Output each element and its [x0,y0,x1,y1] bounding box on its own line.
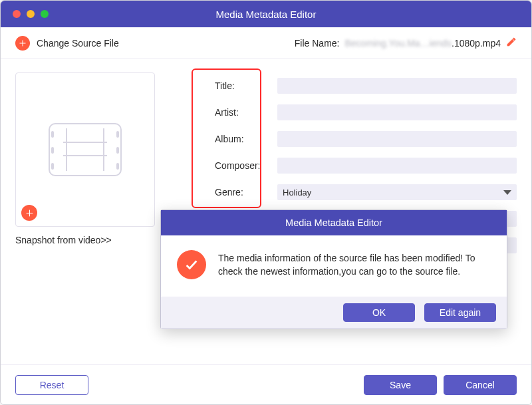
composer-input[interactable] [277,158,517,174]
confirmation-dialog: Media Metadata Editor The media informat… [160,209,507,329]
film-placeholder-icon [49,116,122,183]
file-name-display: File Name: Becoming.You.Ma…iends.1080p.m… [295,37,517,49]
change-source-button[interactable]: Change Source File [15,36,119,51]
artist-label: Artist: [215,107,268,118]
thumbnail-box [15,72,155,227]
dialog-footer: OK Edit again [161,297,507,329]
genre-select[interactable]: Holiday [277,184,517,200]
app-window: Media Metadata Editor Change Source File… [0,0,532,405]
album-input[interactable] [277,131,517,147]
composer-label: Composer: [215,160,268,171]
genre-value: Holiday [283,188,311,198]
toolbar: Change Source File File Name: Becoming.Y… [1,27,531,59]
field-row-album: Album: [215,126,517,152]
cancel-button[interactable]: Cancel [444,375,517,395]
field-row-title: Title: [215,72,517,99]
dialog-edit-again-button[interactable]: Edit again [424,303,496,322]
chevron-down-icon [503,190,511,195]
genre-label: Genre: [215,187,268,198]
window-title: Media Metadata Editor [1,9,531,20]
title-input[interactable] [277,78,517,94]
field-row-composer: Composer: [215,152,517,179]
change-source-label: Change Source File [37,38,119,49]
titlebar: Media Metadata Editor [1,1,531,27]
plus-icon [15,36,30,51]
file-name-suffix: .1080p.mp4 [452,38,501,49]
thumbnail-column: Snapshot from video>> [15,72,155,364]
album-label: Album: [215,134,268,144]
save-button[interactable]: Save [364,375,437,395]
footer: Reset Save Cancel [1,364,531,404]
file-name-label: File Name: [295,38,340,49]
field-row-artist: Artist: [215,99,517,126]
dialog-message: The media information of the source file… [218,250,491,279]
dialog-body: The media information of the source file… [161,235,507,297]
dialog-ok-button[interactable]: OK [343,303,415,322]
dialog-title: Media Metadata Editor [161,210,507,235]
file-name-obscured: Becoming.You.Ma…iends [344,38,452,49]
edit-filename-button[interactable] [506,37,517,49]
check-icon [177,250,206,279]
add-thumbnail-button[interactable] [21,205,37,221]
artist-input[interactable] [277,104,517,120]
title-label: Title: [215,80,268,91]
snapshot-from-video-link[interactable]: Snapshot from video>> [15,235,155,245]
reset-button[interactable]: Reset [15,375,88,395]
field-row-genre: Genre: Holiday [215,179,517,205]
